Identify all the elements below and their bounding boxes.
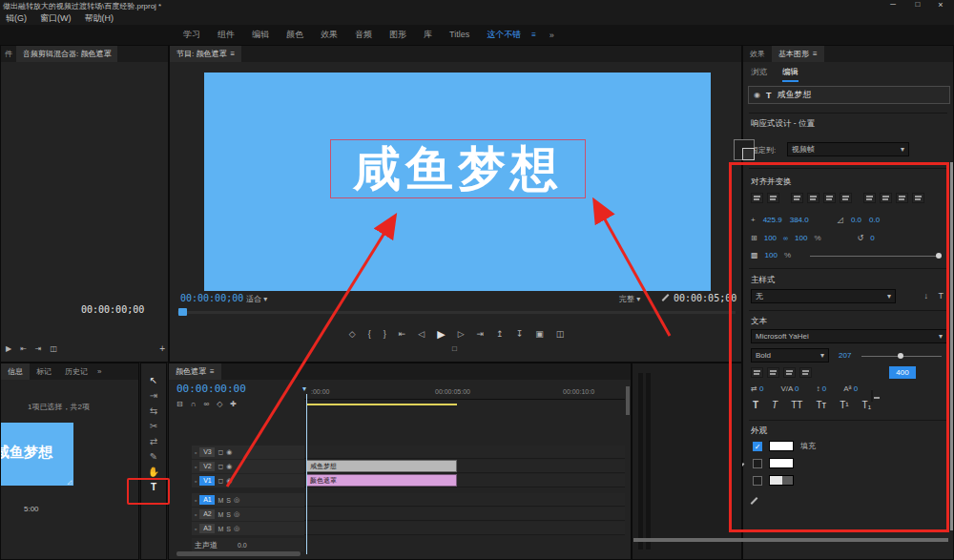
panel-menu-icon[interactable]: ≡ — [230, 50, 235, 58]
layer-row[interactable]: ◉ T 咸鱼梦想 — [748, 86, 950, 104]
voiceover-mic-icon[interactable]: ◎ — [234, 510, 239, 518]
loop-icon[interactable]: ◫ — [51, 344, 58, 353]
shadow-color-swatch[interactable] — [769, 475, 794, 486]
mixer-timecode[interactable]: 00:00:00;00 — [81, 304, 144, 315]
text-align-center-icon[interactable] — [767, 367, 779, 378]
distribute-h-icon[interactable] — [863, 193, 876, 203]
timeline-tab[interactable]: 颜色遮罩 ≡ — [169, 363, 221, 380]
go-to-in-icon[interactable]: ⇤ — [20, 344, 27, 353]
track-lock-icon[interactable]: ▫ — [195, 449, 197, 456]
add-marker-icon[interactable]: ◇ — [349, 329, 356, 339]
tab-essential-graphics[interactable]: 基本图形 ≡ — [772, 46, 824, 62]
track-eye-icon[interactable]: ◉ — [226, 477, 232, 485]
track-eye-icon[interactable]: ◉ — [226, 448, 232, 456]
fill-color-swatch[interactable] — [769, 441, 794, 451]
push-style-icon[interactable]: ↓ — [924, 291, 929, 301]
subtab-browse[interactable]: 浏览 — [751, 67, 767, 82]
mute-button[interactable]: M — [218, 497, 223, 504]
font-size-value[interactable]: 207 — [839, 351, 851, 360]
all-caps-button[interactable]: TT — [791, 400, 802, 410]
button-editor-plus-icon[interactable]: + — [159, 343, 165, 354]
tracking-cell-value[interactable]: 0 — [795, 384, 798, 393]
baseline-shift-value[interactable]: 0 — [854, 384, 858, 393]
step-back-icon[interactable]: ◁ — [418, 329, 425, 339]
track-toggle-icon[interactable]: ◻ — [218, 463, 223, 470]
clip-v1[interactable]: 颜色遮罩 — [306, 474, 457, 487]
video-lane-v3[interactable] — [304, 446, 625, 459]
text-align-right-icon[interactable] — [783, 367, 796, 378]
mute-button[interactable]: M — [218, 511, 223, 518]
distribute-left-icon[interactable] — [896, 193, 908, 203]
tracking-value[interactable]: 400 — [889, 366, 916, 379]
program-timecode[interactable]: 00:00:00;00 — [180, 293, 243, 303]
responsive-pin-widget[interactable] — [734, 139, 755, 160]
minimize-button[interactable]: ─ — [881, 0, 904, 9]
stroke-checkbox[interactable] — [753, 459, 762, 468]
workspace-overflow-icon[interactable]: » — [550, 31, 554, 40]
track-lock-icon[interactable]: ▫ — [195, 478, 197, 485]
voiceover-mic-icon[interactable]: ◎ — [234, 496, 239, 504]
workspace-tab-audio[interactable]: 音频 — [346, 25, 381, 45]
track-lock-icon[interactable]: ▫ — [195, 497, 197, 504]
panel-menu-icon[interactable]: ≡ — [210, 367, 215, 376]
audio-lane-a2[interactable] — [304, 508, 625, 521]
align-center-v-icon[interactable] — [823, 193, 836, 203]
mark-out-icon[interactable]: } — [384, 329, 386, 339]
audio-lane-a3[interactable] — [304, 522, 625, 535]
audio-lane-a1[interactable] — [304, 493, 625, 507]
play-button-icon[interactable]: ▶ — [437, 328, 445, 341]
link-scale-icon[interactable]: ∞ — [783, 235, 788, 241]
settings-wrench-icon[interactable] — [660, 292, 671, 302]
video-overlay-text[interactable]: 咸鱼梦想 — [353, 137, 563, 201]
track-eye-icon[interactable]: ◉ — [226, 463, 232, 470]
font-size-slider-knob[interactable] — [898, 353, 903, 359]
solo-button[interactable]: S — [226, 497, 231, 504]
master-style-dropdown[interactable]: 无 ▾ — [751, 289, 896, 303]
workspace-tab-custom-active[interactable]: 这个不错 — [478, 25, 529, 45]
menu-item-window[interactable]: 窗口(W) — [34, 12, 77, 25]
align-center-h-icon[interactable] — [767, 193, 779, 203]
tab-markers[interactable]: 标记 — [30, 363, 58, 380]
voiceover-mic-icon[interactable]: ◎ — [234, 525, 239, 532]
bottom-h-scrollbar[interactable] — [633, 538, 948, 542]
master-track-level[interactable]: 0.0 — [238, 542, 247, 549]
ripple-edit-tool[interactable]: ⇆ — [141, 404, 166, 419]
shadow-eyedropper-icon[interactable] — [749, 495, 759, 506]
timeline-v-scrollbar[interactable] — [626, 386, 630, 415]
workspace-tab-menu-icon[interactable]: ≡ — [531, 31, 536, 39]
layer-visibility-eye-icon[interactable]: ◉ — [754, 91, 760, 99]
leading-value[interactable]: 0 — [822, 384, 826, 393]
zoom-level-dropdown[interactable]: 适合 ▾ — [246, 294, 267, 304]
position-x-value[interactable]: 425.9 — [763, 216, 782, 224]
distribute-right-icon[interactable] — [912, 193, 924, 203]
track-chip-v3[interactable]: V3 — [199, 447, 215, 457]
shadow-checkbox[interactable] — [753, 476, 762, 486]
workspace-tab-edit[interactable]: 编辑 — [243, 25, 278, 45]
mute-button[interactable]: M — [218, 526, 223, 532]
faux-italic-button[interactable]: T — [772, 400, 778, 410]
workspace-tab-titles[interactable]: Titles — [441, 25, 478, 45]
distribute-v-icon[interactable] — [880, 193, 892, 203]
extract-icon[interactable]: ↧ — [516, 329, 524, 339]
slip-tool[interactable]: ⇄ — [141, 434, 166, 449]
opacity-slider[interactable] — [810, 256, 942, 257]
anchor-x-value[interactable]: 0.0 — [851, 216, 861, 224]
tab-history[interactable]: 历史记 — [58, 363, 94, 380]
close-button[interactable]: × — [929, 0, 952, 10]
track-lock-icon[interactable]: ▫ — [195, 511, 197, 518]
playback-resolution-dropdown[interactable]: 完整 ▾ — [619, 294, 640, 304]
track-toggle-icon[interactable]: ◻ — [218, 448, 223, 456]
proxy-toggle-icon[interactable]: □ — [452, 344, 457, 353]
anchor-y-value[interactable]: 0.0 — [869, 216, 880, 224]
timeline-h-scrollbar[interactable] — [176, 551, 301, 556]
track-chip-v1[interactable]: V1 — [199, 476, 215, 486]
solo-button[interactable]: S — [226, 511, 231, 518]
workspace-tab-graphics[interactable]: 图形 — [381, 25, 415, 45]
stroke-color-swatch[interactable] — [769, 458, 794, 468]
lift-icon[interactable]: ↥ — [496, 329, 504, 339]
rotation-value[interactable]: 0 — [870, 234, 874, 242]
go-to-in-icon[interactable]: ⇤ — [399, 329, 406, 339]
timeline-playhead-line[interactable] — [306, 394, 307, 554]
superscript-button[interactable]: T¹ — [840, 400, 848, 410]
small-caps-button[interactable]: Tᴛ — [816, 400, 826, 410]
